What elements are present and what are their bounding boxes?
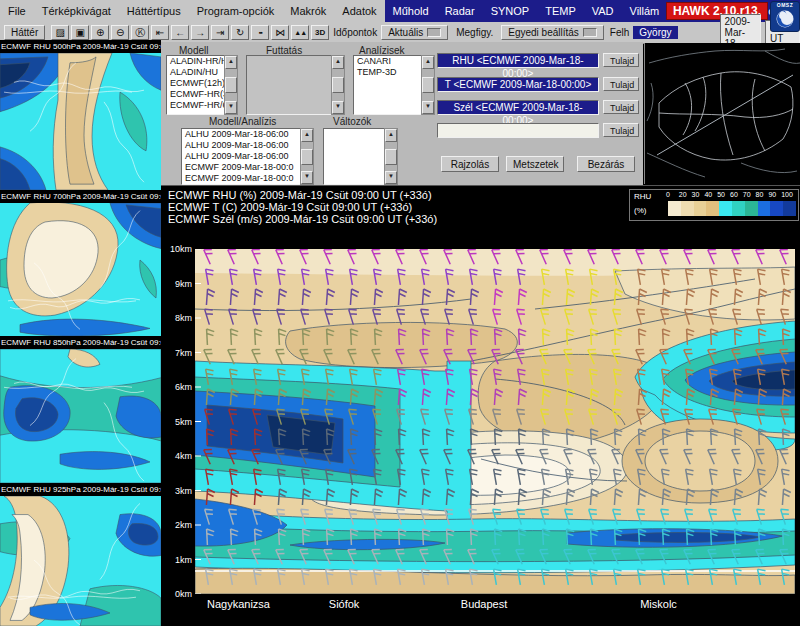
- background-button[interactable]: Háttér: [4, 25, 45, 40]
- y-axis-label: 9km: [162, 279, 192, 289]
- menu-item-m-hold[interactable]: Műhold: [385, 2, 437, 20]
- menu-item-program-opci-k[interactable]: Program-opciók: [189, 2, 283, 20]
- actual-dropdown[interactable]: Aktuális: [381, 25, 448, 40]
- list-item[interactable]: ALADIN/HU: [167, 67, 224, 78]
- colorbar-tick: 20: [679, 191, 687, 198]
- y-axis-label: 7km: [162, 348, 192, 358]
- menu-item-t-rk-pkiv-gat[interactable]: Térképkivágat: [34, 2, 119, 20]
- tile-icon[interactable]: ▪▪: [251, 25, 269, 40]
- step-back-icon[interactable]: ←: [171, 25, 189, 40]
- loop-icon[interactable]: ↻: [231, 25, 249, 40]
- zoom-out-icon[interactable]: ⊖: [111, 25, 129, 40]
- step-last-icon[interactable]: ⇥: [211, 25, 229, 40]
- menu-item-file[interactable]: File: [0, 2, 34, 20]
- colorbar-ticks: 02030405060708090100: [668, 191, 796, 200]
- model-listbox[interactable]: ALADIN-HR/HALADIN/HUECMWF(12h)ECMWF-HR(3…: [166, 55, 225, 115]
- selected-field-szel[interactable]: Szél <ECMWF 2009-Mar-18-00:00>: [437, 100, 599, 115]
- list-item[interactable]: CANARI: [354, 56, 421, 67]
- menu-item-h-tt-rt-pus[interactable]: Háttértípus: [119, 2, 189, 20]
- cross-section-locator-map[interactable]: [644, 43, 800, 184]
- scroll-up-icon[interactable]: ▲: [301, 129, 313, 142]
- zoom-in-icon[interactable]: ⊕: [91, 25, 109, 40]
- tulajd-button-2[interactable]: Tulajd: [603, 77, 639, 91]
- menu-item-radar[interactable]: Radar: [437, 2, 483, 20]
- menu-item-vill-m[interactable]: Villám: [622, 2, 668, 20]
- y-axis-label: 0km: [162, 589, 192, 599]
- list-item[interactable]: ECMWF-HR(3: [167, 89, 224, 100]
- list-item[interactable]: ECMWF 2009-Mar-18-00:0: [182, 173, 300, 184]
- scroll-thumb[interactable]: [385, 149, 397, 165]
- map-panel-4[interactable]: ECMWF RHU 925hPa 2009-Már-19 Csüt 09:00 …: [0, 483, 161, 626]
- colorbar-tick: 50: [717, 191, 725, 198]
- custom-settings-dropdown[interactable]: Egyedi beállítás: [501, 25, 604, 40]
- hawk-application-window: FileTérképkivágatHáttértípusProgram-opci…: [0, 0, 800, 626]
- menu-item-makr-k[interactable]: Makrók: [282, 2, 334, 20]
- scroll-down-icon[interactable]: ▼: [422, 101, 434, 114]
- colorbar-swatch: [719, 201, 732, 216]
- 3d-icon[interactable]: 3D: [311, 25, 329, 40]
- list-item[interactable]: TEMP-3D: [354, 67, 421, 78]
- scroll-thumb[interactable]: [422, 77, 434, 93]
- colorbar-tick: 70: [743, 191, 751, 198]
- scroll-thumb[interactable]: [301, 149, 313, 165]
- image-icon[interactable]: ▨: [51, 25, 69, 40]
- step-forward-icon[interactable]: →: [191, 25, 209, 40]
- left-map-column: ECMWF RHU 500hPa 2009-Már-19 Csüt 09:00 …: [0, 40, 161, 626]
- run-scrollbar[interactable]: ▲▼: [331, 55, 345, 115]
- colorbar-tick: 40: [704, 191, 712, 198]
- animate-icon[interactable]: ⋈: [271, 25, 289, 40]
- scroll-up-icon[interactable]: ▲: [225, 56, 237, 69]
- scroll-thumb[interactable]: [332, 77, 344, 93]
- step-first-icon[interactable]: ⇤: [151, 25, 169, 40]
- list-item[interactable]: ECMWF 2009-Mar-18-00:0: [182, 162, 300, 173]
- list-item[interactable]: ALADIN-HR/H: [167, 56, 224, 67]
- scroll-down-icon[interactable]: ▼: [385, 171, 397, 184]
- peaks-icon[interactable]: ▲▲: [291, 25, 309, 40]
- scroll-up-icon[interactable]: ▲: [332, 56, 344, 69]
- map-panel-2[interactable]: ECMWF RHU 700hPa 2009-Már-19 Csüt 09:00 …: [0, 190, 161, 336]
- model-analysis-scrollbar[interactable]: ▲▼: [300, 128, 314, 185]
- zoom-reset-icon[interactable]: Ⓚ: [131, 25, 149, 40]
- list-item[interactable]: ECMWF-HR/6: [167, 100, 224, 111]
- list-item[interactable]: ALHU 2009-Mar-18-06:00: [182, 129, 300, 140]
- tulajd-button-1[interactable]: Tulajd: [603, 53, 639, 67]
- user-chip[interactable]: György: [633, 26, 677, 39]
- sections-button[interactable]: Metszetek: [506, 156, 564, 172]
- list-item[interactable]: ALHU 2009-Mar-18-06:00: [182, 140, 300, 151]
- close-button[interactable]: Bezárás: [577, 156, 635, 172]
- tulajd-button-3[interactable]: Tulajd: [603, 100, 639, 114]
- analyses-listbox[interactable]: CANARITEMP-3D: [353, 55, 422, 115]
- model-scrollbar[interactable]: ▲▼: [224, 55, 238, 115]
- menu-item-adatok[interactable]: Adatok: [334, 2, 384, 20]
- tulajd-button-4[interactable]: Tulajd: [603, 123, 639, 137]
- list-item[interactable]: ECMWF(12h): [167, 78, 224, 89]
- save-icon[interactable]: ▣: [71, 25, 89, 40]
- selected-field-rhu[interactable]: RHU <ECMWF 2009-Mar-18-00:00>: [437, 53, 599, 68]
- colorbar-swatch: [668, 201, 681, 216]
- observe-label[interactable]: Megfigy.: [456, 27, 493, 38]
- toolbar-icons: ▨▣⊕⊖Ⓚ⇤←→⇥↻▪▪⋈▲▲3D: [49, 25, 329, 40]
- chart-title-rhu: ECMWF RHU (%) 2009-Már-19 Csüt 09:00 UT …: [168, 189, 432, 201]
- list-item[interactable]: ALHU 2009-Mar-18-06:00: [182, 151, 300, 162]
- scroll-down-icon[interactable]: ▼: [332, 101, 344, 114]
- variables-listbox[interactable]: [323, 128, 385, 185]
- scroll-up-icon[interactable]: ▲: [385, 129, 397, 142]
- menu-item-temp[interactable]: TEMP: [537, 2, 584, 20]
- scroll-up-icon[interactable]: ▲: [422, 56, 434, 69]
- selected-field-t[interactable]: T <ECMWF 2009-Mar-18-00:00>: [437, 77, 599, 92]
- y-axis-label: 4km: [162, 451, 192, 461]
- map-panel-1[interactable]: ECMWF RHU 500hPa 2009-Már-19 Csüt 09:00 …: [0, 40, 161, 190]
- scroll-thumb[interactable]: [225, 77, 237, 93]
- map-panel-3[interactable]: ECMWF RHU 850hPa 2009-Már-19 Csüt 09:00 …: [0, 336, 161, 483]
- menu-item-vad[interactable]: VAD: [584, 2, 622, 20]
- variables-scrollbar[interactable]: ▲▼: [384, 128, 398, 185]
- run-listbox[interactable]: [246, 55, 332, 115]
- scroll-down-icon[interactable]: ▼: [301, 171, 313, 184]
- selected-field-empty[interactable]: [437, 123, 599, 138]
- draw-button[interactable]: Rajzolás: [441, 156, 499, 172]
- model-analysis-listbox[interactable]: ALHU 2009-Mar-18-06:00ALHU 2009-Mar-18-0…: [181, 128, 301, 185]
- cross-section-image: [195, 249, 795, 594]
- scroll-down-icon[interactable]: ▼: [225, 101, 237, 114]
- menu-item-synop[interactable]: SYNOP: [483, 2, 538, 20]
- analyses-scrollbar[interactable]: ▲▼: [421, 55, 435, 115]
